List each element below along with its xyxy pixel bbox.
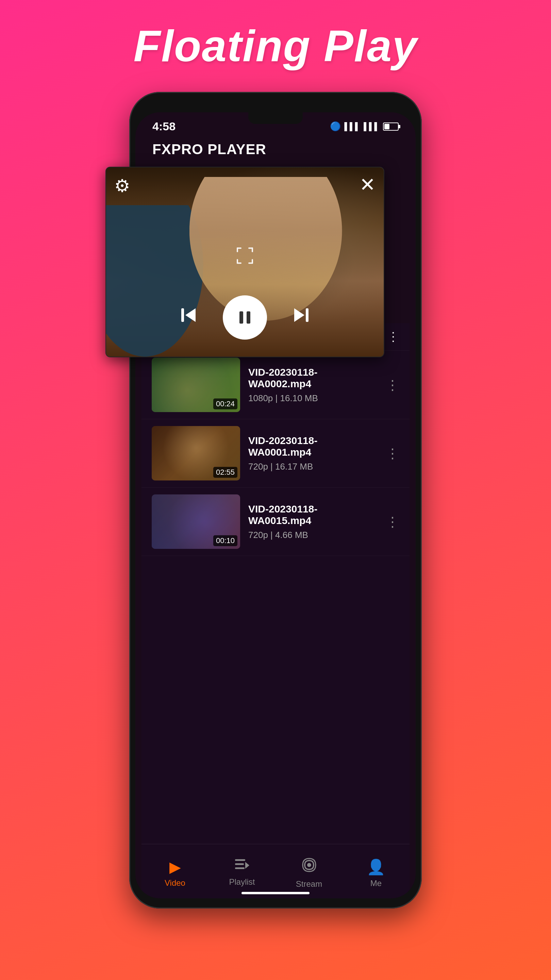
bottom-nav: ▶ Video Playlist [141,844,410,898]
video-options-1[interactable]: ⋮ [386,377,399,393]
svg-marker-18 [294,308,305,322]
video-item-1[interactable]: 00:24 VID-20230118-WA0002.mp4 1080p | 16… [141,351,410,419]
video-thumb-3: 00:10 [152,495,240,549]
svg-marker-14 [185,308,195,322]
svg-rect-0 [235,859,245,861]
player-controls [179,295,311,340]
nav-item-me[interactable]: 👤 Me [343,855,410,888]
video-name-2: VID-20230118-WA0001.mp4 [248,435,378,458]
svg-rect-12 [252,259,253,264]
nav-label-playlist: Playlist [229,877,255,887]
video-name-3: VID-20230118-WA0015.mp4 [248,503,378,527]
video-nav-icon: ▶ [169,858,181,875]
nav-item-video[interactable]: ▶ Video [141,855,208,888]
nav-item-stream[interactable]: Stream [275,854,343,889]
video-meta-3: 720p | 4.66 MB [248,530,378,540]
svg-rect-16 [246,311,250,324]
video-thumb-1: 00:24 [152,358,240,412]
bluetooth-icon: 🔵 [330,121,341,132]
video-options-3[interactable]: ⋮ [386,514,399,530]
video-info-2: VID-20230118-WA0001.mp4 720p | 16.17 MB [248,435,378,472]
app-title: FXPRO PLAYER [152,141,266,157]
video-meta-2: 720p | 16.17 MB [248,461,378,472]
status-icons: 🔵 ▌▌▌ ▌▌▌ [330,121,399,132]
expand-icon[interactable] [234,245,256,271]
nav-label-video: Video [165,878,185,888]
signal-icon: ▌▌▌ [344,122,360,131]
video-name-1: VID-20230118-WA0002.mp4 [248,366,378,390]
player-settings-icon[interactable]: ⚙ [114,176,130,196]
svg-rect-17 [306,308,308,322]
nav-label-me: Me [370,878,382,888]
page-title: Floating Play [133,21,417,72]
phone-frame: 4:58 🔵 ▌▌▌ ▌▌▌ FXPRO PLAYER [129,92,422,908]
player-close-icon[interactable]: ✕ [359,173,375,196]
phone-notch [248,112,303,124]
video-info-1: VID-20230118-WA0002.mp4 1080p | 16.10 MB [248,366,378,404]
app-header: FXPRO PLAYER [135,134,416,164]
svg-rect-8 [252,247,253,252]
svg-marker-3 [245,862,249,869]
svg-rect-2 [235,867,245,869]
video-duration-2: 02:55 [213,467,237,478]
nav-label-stream: Stream [296,879,322,889]
prev-button[interactable] [179,305,199,330]
svg-point-4 [307,863,311,867]
svg-rect-10 [237,259,238,264]
svg-rect-15 [240,311,243,324]
signal-icon-2: ▌▌▌ [364,122,380,131]
pause-button[interactable] [223,295,267,340]
nav-item-playlist[interactable]: Playlist [208,856,275,887]
video-duration-3: 00:10 [213,535,237,546]
me-nav-icon: 👤 [367,858,385,876]
playlist-nav-icon [235,859,249,875]
svg-rect-1 [235,863,244,865]
video-thumb-2: 02:55 [152,426,240,480]
video-list-area: new 14 Jan ⋮ 00:24 VID-20230118-WA0002.m… [141,323,410,844]
home-indicator [241,892,310,894]
floating-player[interactable]: ⚙ ✕ [105,167,384,357]
stream-nav-icon [301,857,317,877]
status-time: 4:58 [152,120,176,133]
list-header-dots[interactable]: ⋮ [387,330,399,344]
video-duration-1: 00:24 [213,398,237,409]
svg-rect-13 [181,308,184,322]
video-item-2[interactable]: 02:55 VID-20230118-WA0001.mp4 720p | 16.… [141,419,410,488]
svg-rect-6 [237,247,238,252]
video-options-2[interactable]: ⋮ [386,445,399,461]
video-info-3: VID-20230118-WA0015.mp4 720p | 4.66 MB [248,503,378,540]
video-item-3[interactable]: 00:10 VID-20230118-WA0015.mp4 720p | 4.6… [141,488,410,556]
video-meta-1: 1080p | 16.10 MB [248,393,378,404]
next-button[interactable] [291,305,311,330]
battery-icon [383,123,399,130]
